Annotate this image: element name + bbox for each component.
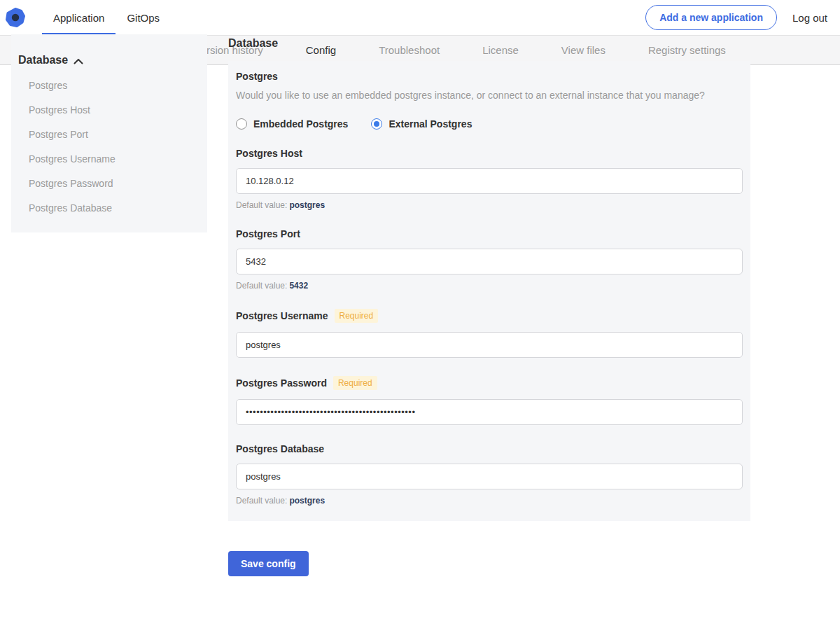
- radio-external-postgres[interactable]: External Postgres: [371, 118, 472, 130]
- postgres-password-input[interactable]: [236, 399, 743, 425]
- sidebar-item-postgres-port[interactable]: Postgres Port: [29, 130, 200, 140]
- postgres-port-input[interactable]: [236, 249, 743, 274]
- field-postgres-database: Postgres Database: [236, 443, 743, 454]
- radio-embedded-postgres-label: Embedded Postgres: [253, 118, 348, 130]
- tab-application[interactable]: Application: [42, 0, 115, 35]
- app-logo-icon: [6, 8, 25, 27]
- config-sidebar: Database Postgres Postgres Host Postgres…: [11, 34, 207, 232]
- postgres-database-input[interactable]: [236, 464, 743, 489]
- logout-button[interactable]: Log out: [792, 12, 827, 24]
- required-badge: Required: [333, 376, 377, 390]
- field-postgres-database-label: Postgres Database: [236, 443, 324, 454]
- sidebar-item-postgres-username[interactable]: Postgres Username: [29, 154, 200, 165]
- field-postgres-password-label: Postgres Password: [236, 377, 327, 389]
- page-title: Database: [228, 37, 750, 50]
- radio-unselected-icon: [236, 118, 247, 130]
- postgres-host-default: Default value:postgres: [236, 200, 743, 210]
- tab-application-label: Application: [53, 12, 104, 24]
- radio-embedded-postgres[interactable]: Embedded Postgres: [236, 118, 348, 130]
- config-group-card: Postgres Would you like to use an embedd…: [228, 61, 750, 521]
- group-label-postgres: Postgres: [236, 71, 743, 82]
- default-value: postgres: [289, 496, 325, 506]
- default-value: postgres: [289, 200, 325, 210]
- save-config-button[interactable]: Save config: [228, 551, 309, 576]
- sidebar-item-postgres-database[interactable]: Postgres Database: [29, 203, 200, 214]
- chevron-up-icon: [74, 58, 83, 64]
- postgres-port-default: Default value:5432: [236, 281, 743, 291]
- postgres-database-default: Default value:postgres: [236, 496, 743, 506]
- field-postgres-username-label: Postgres Username: [236, 310, 328, 321]
- sidebar-item-postgres-host[interactable]: Postgres Host: [29, 105, 200, 116]
- default-label: Default value:: [236, 200, 287, 210]
- header-tabs: Application GitOps: [42, 0, 171, 35]
- radio-selected-icon: [371, 118, 382, 130]
- field-postgres-username: Postgres Username Required: [236, 309, 743, 323]
- default-label: Default value:: [236, 281, 287, 291]
- postgres-type-radio-group: Embedded Postgres External Postgres: [236, 118, 743, 130]
- default-label: Default value:: [236, 496, 287, 506]
- field-postgres-host-label: Postgres Host: [236, 148, 302, 159]
- field-postgres-host: Postgres Host: [236, 148, 743, 159]
- radio-external-postgres-label: External Postgres: [388, 118, 472, 130]
- sidebar-group-database-label: Database: [18, 54, 68, 67]
- sidebar-group-database[interactable]: Database: [18, 54, 200, 67]
- field-postgres-password: Postgres Password Required: [236, 376, 743, 390]
- tab-gitops-label: GitOps: [127, 12, 160, 24]
- postgres-username-input[interactable]: [236, 332, 743, 358]
- config-main: Database Postgres Would you like to use …: [228, 37, 750, 576]
- tab-gitops[interactable]: GitOps: [115, 0, 171, 35]
- admin-console-page: Application GitOps Add a new application…: [0, 0, 840, 65]
- group-description: Would you like to use an embedded postgr…: [236, 89, 743, 102]
- sidebar-item-postgres-password[interactable]: Postgres Password: [29, 179, 200, 189]
- sidebar-item-postgres[interactable]: Postgres: [29, 81, 200, 91]
- field-postgres-port-label: Postgres Port: [236, 228, 300, 239]
- top-header: Application GitOps Add a new application…: [0, 0, 840, 35]
- sidebar-item-list: Postgres Postgres Host Postgres Port Pos…: [18, 81, 200, 214]
- required-badge: Required: [335, 309, 379, 323]
- default-value: 5432: [289, 281, 308, 291]
- add-new-application-button[interactable]: Add a new application: [645, 5, 777, 30]
- field-postgres-port: Postgres Port: [236, 228, 743, 239]
- postgres-host-input[interactable]: [236, 168, 743, 194]
